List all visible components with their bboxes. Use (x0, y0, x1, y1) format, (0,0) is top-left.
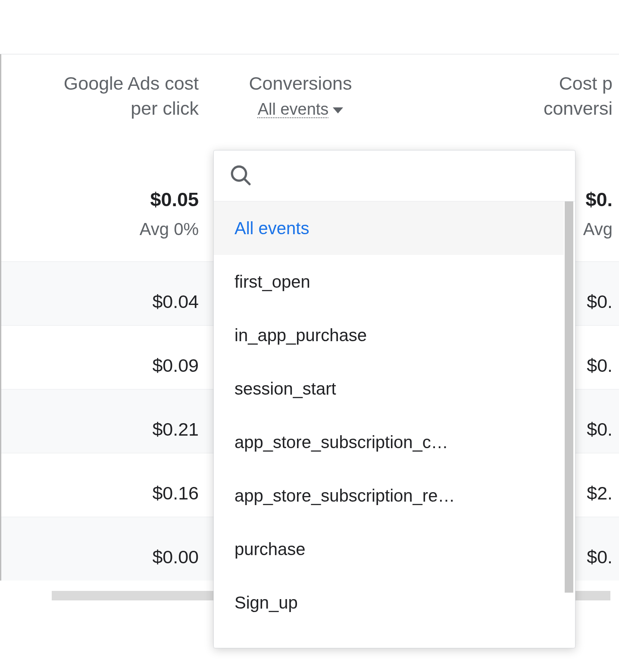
summary-value: $0.05 (150, 188, 199, 211)
col-header-label: conversi (540, 96, 613, 121)
dropdown-option-label: All events (234, 219, 309, 238)
dropdown-option-label: app_store_subscription_c… (234, 433, 448, 452)
dropdown-option[interactable]: session_start (214, 362, 564, 415)
cell-cost-per-click: $0.16 (1, 466, 204, 504)
dropdown-option-label: session_start (234, 379, 336, 399)
dropdown-option-label: first_open (234, 272, 310, 292)
dropdown-search-input[interactable] (263, 166, 560, 185)
dropdown-scrollbar-thumb[interactable] (565, 201, 573, 593)
dropdown-scrollbar-track[interactable] (565, 201, 573, 646)
table-header-row: Google Ads cost per click Conversions Al… (1, 54, 619, 149)
dropdown-options-container: All eventsfirst_openin_app_purchasesessi… (214, 201, 575, 648)
cell-cost-per-click: $0.04 (1, 275, 204, 312)
cell-cost-per-click: $0.21 (1, 402, 204, 440)
dropdown-option[interactable]: app_store_subscription_re… (214, 469, 564, 522)
dropdown-option-label: Sign_up (234, 593, 298, 612)
dropdown-option[interactable]: first_open (214, 255, 564, 308)
col-header-label: Cost p (540, 71, 613, 96)
col-header-label: Conversions (204, 71, 397, 96)
dropdown-option-label: purchase (234, 540, 306, 559)
dropdown-option-label: app_store_subscription_re… (234, 486, 455, 506)
col-header-cost-per-click[interactable]: Google Ads cost per click (1, 54, 204, 149)
dropdown-search-row (214, 151, 575, 201)
col-header-label: per click (1, 96, 199, 121)
summary-sub: Avg 0% (140, 220, 199, 239)
chevron-down-icon (333, 107, 343, 113)
dropdown-option-label: in_app_purchase (234, 326, 367, 345)
svg-line-1 (244, 179, 250, 184)
conversions-filter-trigger[interactable]: All events (258, 100, 344, 119)
dropdown-option[interactable]: app_store_subscription_c… (214, 415, 564, 469)
cell-cost-per-click: $0.09 (1, 339, 204, 376)
col-header-cost-per-conversion[interactable]: Cost p conversi (402, 54, 618, 149)
summary-value: $0. (585, 188, 613, 211)
dropdown-option[interactable]: in_app_purchase (214, 308, 564, 362)
dropdown-option[interactable]: purchase (214, 522, 564, 576)
conversions-filter-dropdown: All eventsfirst_openin_app_purchasesessi… (213, 150, 575, 648)
col-header-label: Google Ads cost (1, 71, 199, 96)
cell-cost-per-click: $0.00 (1, 530, 204, 568)
summary-sub: Avg (583, 220, 613, 239)
dropdown-option[interactable]: All events (214, 201, 564, 255)
dropdown-option[interactable]: Sign_up (214, 576, 564, 629)
summary-cell-cost-per-click: $0.05 Avg 0% (1, 149, 204, 261)
conversions-filter-label: All events (258, 100, 329, 119)
col-header-conversions[interactable]: Conversions All events (204, 54, 402, 149)
search-icon (228, 163, 253, 189)
